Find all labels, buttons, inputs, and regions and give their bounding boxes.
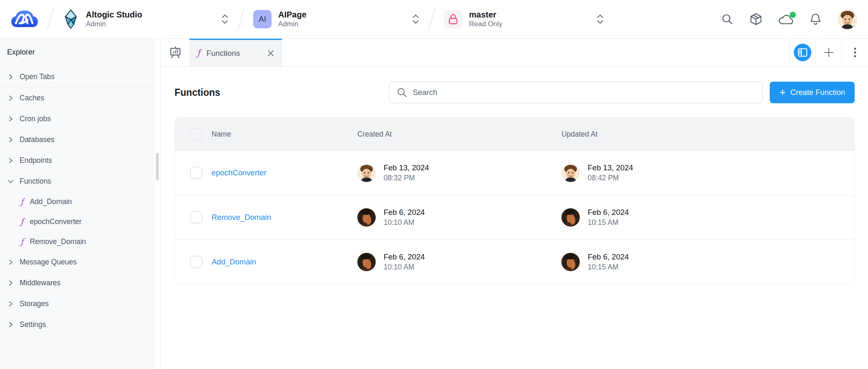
table-header: Name Created At Updated At bbox=[175, 118, 854, 150]
cloud-status-icon[interactable] bbox=[778, 13, 793, 25]
updater-avatar bbox=[561, 253, 580, 271]
updated-at-cell: Feb 6, 202410:15 AM bbox=[561, 208, 854, 227]
function-icon: ƒ bbox=[197, 49, 200, 57]
sidebar-item-open-tabs[interactable]: Open Tabs bbox=[0, 67, 155, 87]
workspace-name: Altogic Studio bbox=[86, 10, 142, 19]
sidebar-item-cron-jobs[interactable]: Cron jobs bbox=[0, 108, 155, 129]
tab-functions[interactable]: ƒ Functions bbox=[190, 39, 282, 66]
column-header-name: Name bbox=[212, 130, 357, 139]
header-divider bbox=[237, 8, 244, 30]
sidebar-function-epochconverter[interactable]: ƒ epochConverter bbox=[0, 212, 155, 232]
header-divider bbox=[47, 8, 54, 30]
function-icon: ƒ bbox=[20, 237, 23, 246]
sidebar-function-remove_domain[interactable]: ƒ Remove_Domain bbox=[0, 232, 155, 252]
chevron-icon bbox=[7, 300, 14, 307]
top-bar: Altogic Studio Admin AI AIPage Admin bbox=[0, 0, 868, 39]
function-name-link[interactable]: epochConverter bbox=[212, 168, 267, 177]
app-role: Admin bbox=[278, 20, 307, 28]
row-checkbox[interactable] bbox=[190, 211, 202, 224]
dashboard-board-icon bbox=[169, 45, 182, 60]
explorer-sidebar: Explorer Open Tabs Caches Cron jobs Data… bbox=[0, 39, 161, 369]
sidebar-item-endpoints[interactable]: Endpoints bbox=[0, 150, 155, 171]
sidebar-item-middlewares[interactable]: Middlewares bbox=[0, 272, 155, 293]
updated-at-cell: Feb 13, 202408:42 PM bbox=[561, 164, 854, 182]
workspace-gem-icon bbox=[62, 9, 79, 29]
chevron-icon bbox=[7, 136, 14, 143]
function-icon: ƒ bbox=[20, 217, 23, 226]
sidebar-item-settings[interactable]: Settings bbox=[0, 314, 155, 335]
chevron-icon bbox=[7, 157, 14, 164]
table-row: epochConverter Feb 13, 202408:32 PM Feb … bbox=[175, 150, 854, 195]
chevron-icon bbox=[7, 115, 14, 122]
table-row: Add_Domain Feb 6, 202410:10 AM Feb 6, 20… bbox=[175, 239, 854, 284]
row-checkbox[interactable] bbox=[190, 256, 202, 268]
functions-table: Name Created At Updated At epochConverte… bbox=[175, 117, 855, 284]
function-name-link[interactable]: Add_Domain bbox=[212, 257, 256, 266]
chevron-icon bbox=[7, 73, 14, 80]
create-function-label: Create Function bbox=[790, 88, 845, 97]
tabbar-spacer bbox=[282, 39, 789, 66]
sidebar-item-message-queues[interactable]: Message Queues bbox=[0, 252, 155, 272]
explorer-tree: Open Tabs Caches Cron jobs Databases End… bbox=[0, 66, 155, 335]
creator-avatar bbox=[357, 253, 376, 271]
updater-avatar bbox=[561, 164, 580, 182]
select-all-checkbox[interactable] bbox=[190, 128, 202, 140]
app-badge: AI bbox=[253, 10, 272, 28]
user-avatar[interactable] bbox=[838, 10, 857, 29]
chevron-updown-icon bbox=[412, 14, 420, 25]
search-icon[interactable] bbox=[721, 13, 733, 25]
chevron-icon bbox=[7, 95, 14, 102]
created-at-cell: Feb 6, 202410:10 AM bbox=[357, 208, 561, 227]
version-mode: Read Only bbox=[469, 20, 502, 28]
function-icon: ƒ bbox=[20, 197, 23, 206]
notifications-bell-icon[interactable] bbox=[809, 12, 822, 26]
toggle-sidebar-button[interactable] bbox=[789, 39, 816, 66]
app-selector[interactable]: AI AIPage Admin bbox=[253, 10, 420, 28]
tab-dashboard[interactable] bbox=[161, 39, 190, 66]
workspace-selector[interactable]: Altogic Studio Admin bbox=[62, 9, 229, 29]
new-tab-button[interactable] bbox=[816, 39, 842, 66]
search-box bbox=[389, 82, 763, 103]
version-selector[interactable]: master Read Only bbox=[444, 10, 604, 28]
cloud-online-dot bbox=[790, 12, 796, 18]
page-title: Functions bbox=[175, 87, 220, 98]
app-name: AIPage bbox=[278, 10, 307, 19]
created-at-cell: Feb 13, 202408:32 PM bbox=[357, 164, 561, 182]
header-actions bbox=[721, 10, 857, 29]
kebab-menu-icon bbox=[854, 47, 856, 58]
plus-icon bbox=[823, 47, 834, 58]
updater-avatar bbox=[561, 208, 580, 227]
sidebar-item-storages[interactable]: Storages bbox=[0, 293, 155, 314]
chevron-icon bbox=[7, 259, 14, 266]
create-function-button[interactable]: + Create Function bbox=[770, 82, 855, 103]
search-icon bbox=[397, 87, 407, 98]
package-icon[interactable] bbox=[749, 12, 763, 26]
tab-options-button[interactable] bbox=[842, 39, 868, 66]
version-name: master bbox=[469, 10, 502, 19]
sidebar-function-add_domain[interactable]: ƒ Add_Domain bbox=[0, 192, 155, 212]
panel-layout-icon bbox=[794, 44, 811, 61]
tab-bar: ƒ Functions bbox=[161, 39, 868, 67]
created-at-cell: Feb 6, 202410:10 AM bbox=[357, 253, 561, 271]
chevron-updown-icon bbox=[221, 14, 229, 25]
row-checkbox[interactable] bbox=[190, 167, 202, 179]
functions-page: Functions + Create Function bbox=[161, 67, 868, 284]
altogic-logo-icon[interactable] bbox=[11, 10, 38, 29]
function-name-link[interactable]: Remove_Domain bbox=[212, 213, 271, 222]
chevron-icon bbox=[7, 279, 14, 287]
sidebar-scrollbar[interactable] bbox=[156, 153, 159, 180]
main-panel: ƒ Functions bbox=[161, 39, 868, 369]
chevron-icon bbox=[7, 321, 14, 328]
sidebar-item-functions[interactable]: Functions bbox=[0, 171, 155, 192]
workspace-role: Admin bbox=[86, 20, 142, 28]
creator-avatar bbox=[357, 164, 376, 182]
search-input[interactable] bbox=[413, 88, 755, 97]
column-header-updated-at: Updated At bbox=[561, 130, 854, 139]
sidebar-item-caches[interactable]: Caches bbox=[0, 87, 155, 108]
chevron-updown-icon bbox=[596, 14, 604, 25]
column-header-created-at: Created At bbox=[357, 130, 561, 139]
sidebar-item-databases[interactable]: Databases bbox=[0, 129, 155, 150]
user-online-dot bbox=[853, 25, 857, 29]
close-tab-icon[interactable] bbox=[267, 50, 274, 57]
tab-label: Functions bbox=[207, 49, 240, 58]
